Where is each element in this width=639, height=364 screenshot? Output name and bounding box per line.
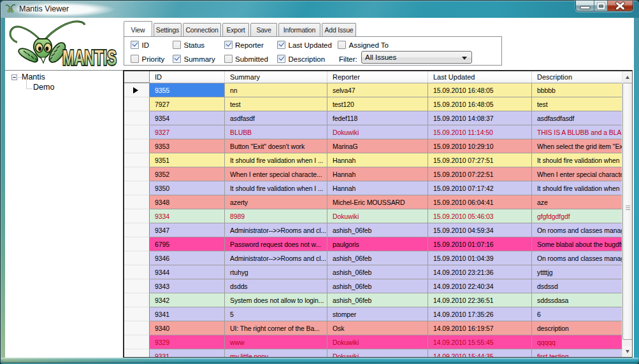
svg-text:MANTIS: MANTIS <box>62 46 117 69</box>
